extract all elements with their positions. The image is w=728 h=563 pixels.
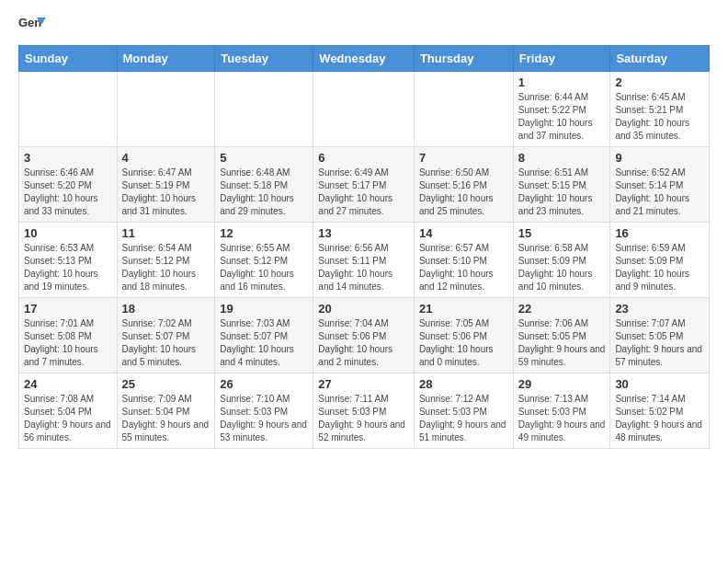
day-number: 3: [24, 151, 112, 165]
calendar-cell: 1Sunrise: 6:44 AM Sunset: 5:22 PM Daylig…: [513, 72, 610, 147]
calendar-cell: [414, 72, 513, 147]
calendar-cell: 17Sunrise: 7:01 AM Sunset: 5:08 PM Dayli…: [19, 298, 118, 373]
day-number: 22: [518, 302, 606, 316]
calendar-cell: 25Sunrise: 7:09 AM Sunset: 5:04 PM Dayli…: [117, 373, 215, 449]
day-number: 21: [419, 302, 508, 316]
day-info: Sunrise: 7:09 AM Sunset: 5:04 PM Dayligh…: [122, 393, 210, 444]
calendar-cell: 9Sunrise: 6:52 AM Sunset: 5:14 PM Daylig…: [610, 147, 710, 223]
day-number: 30: [615, 377, 704, 391]
day-number: 19: [220, 302, 308, 316]
day-info: Sunrise: 7:01 AM Sunset: 5:08 PM Dayligh…: [24, 317, 112, 369]
day-info: Sunrise: 7:10 AM Sunset: 5:03 PM Dayligh…: [220, 393, 308, 444]
calendar-cell: 13Sunrise: 6:56 AM Sunset: 5:11 PM Dayli…: [313, 223, 415, 298]
calendar-cell: [215, 72, 313, 147]
day-number: 26: [220, 377, 308, 391]
day-number: 23: [615, 302, 704, 316]
day-number: 8: [518, 151, 606, 165]
day-info: Sunrise: 7:02 AM Sunset: 5:07 PM Dayligh…: [122, 317, 210, 369]
calendar-cell: 21Sunrise: 7:05 AM Sunset: 5:06 PM Dayli…: [414, 298, 513, 373]
calendar-cell: 2Sunrise: 6:45 AM Sunset: 5:21 PM Daylig…: [610, 72, 710, 147]
calendar-cell: 24Sunrise: 7:08 AM Sunset: 5:04 PM Dayli…: [19, 373, 118, 449]
day-number: 4: [122, 151, 210, 165]
day-info: Sunrise: 7:04 AM Sunset: 5:06 PM Dayligh…: [318, 317, 409, 369]
day-number: 11: [122, 226, 210, 240]
day-number: 14: [419, 226, 508, 240]
weekday-header: Friday: [513, 46, 610, 72]
calendar-cell: 14Sunrise: 6:57 AM Sunset: 5:10 PM Dayli…: [414, 223, 513, 298]
calendar-cell: 26Sunrise: 7:10 AM Sunset: 5:03 PM Dayli…: [215, 373, 313, 449]
calendar-cell: 28Sunrise: 7:12 AM Sunset: 5:03 PM Dayli…: [414, 373, 513, 449]
day-number: 7: [419, 151, 508, 165]
day-number: 13: [318, 226, 409, 240]
calendar-cell: 6Sunrise: 6:49 AM Sunset: 5:17 PM Daylig…: [313, 147, 415, 223]
day-number: 12: [220, 226, 308, 240]
calendar-cell: [117, 72, 215, 147]
calendar-cell: 4Sunrise: 6:47 AM Sunset: 5:19 PM Daylig…: [117, 147, 215, 223]
day-number: 15: [518, 226, 606, 240]
calendar-cell: [19, 72, 118, 147]
day-info: Sunrise: 7:03 AM Sunset: 5:07 PM Dayligh…: [220, 317, 308, 369]
day-number: 2: [615, 75, 704, 89]
calendar-cell: 5Sunrise: 6:48 AM Sunset: 5:18 PM Daylig…: [215, 147, 313, 223]
calendar-cell: 18Sunrise: 7:02 AM Sunset: 5:07 PM Dayli…: [117, 298, 215, 373]
day-number: 24: [24, 377, 112, 391]
day-number: 10: [24, 226, 112, 240]
weekday-header: Monday: [117, 46, 215, 72]
calendar-cell: 3Sunrise: 6:46 AM Sunset: 5:20 PM Daylig…: [19, 147, 118, 223]
calendar-cell: 27Sunrise: 7:11 AM Sunset: 5:03 PM Dayli…: [313, 373, 415, 449]
weekday-header: Tuesday: [215, 46, 313, 72]
calendar-table: SundayMondayTuesdayWednesdayThursdayFrid…: [18, 45, 710, 449]
day-info: Sunrise: 7:12 AM Sunset: 5:03 PM Dayligh…: [419, 393, 508, 444]
day-number: 1: [518, 75, 606, 89]
day-info: Sunrise: 6:47 AM Sunset: 5:19 PM Dayligh…: [122, 167, 210, 218]
day-info: Sunrise: 7:13 AM Sunset: 5:03 PM Dayligh…: [518, 393, 606, 444]
day-info: Sunrise: 6:45 AM Sunset: 5:21 PM Dayligh…: [615, 91, 704, 143]
day-info: Sunrise: 6:58 AM Sunset: 5:09 PM Dayligh…: [518, 242, 606, 293]
weekday-header: Thursday: [414, 46, 513, 72]
calendar-cell: 22Sunrise: 7:06 AM Sunset: 5:05 PM Dayli…: [513, 298, 610, 373]
day-number: 17: [24, 302, 112, 316]
calendar-cell: 29Sunrise: 7:13 AM Sunset: 5:03 PM Dayli…: [513, 373, 610, 449]
day-number: 20: [318, 302, 409, 316]
day-info: Sunrise: 6:46 AM Sunset: 5:20 PM Dayligh…: [24, 167, 112, 218]
calendar-cell: 23Sunrise: 7:07 AM Sunset: 5:05 PM Dayli…: [610, 298, 710, 373]
day-info: Sunrise: 6:54 AM Sunset: 5:12 PM Dayligh…: [122, 242, 210, 293]
day-number: 25: [122, 377, 210, 391]
day-number: 5: [220, 151, 308, 165]
day-info: Sunrise: 7:08 AM Sunset: 5:04 PM Dayligh…: [24, 393, 112, 444]
day-number: 6: [318, 151, 409, 165]
day-info: Sunrise: 7:05 AM Sunset: 5:06 PM Dayligh…: [419, 317, 508, 369]
day-info: Sunrise: 6:56 AM Sunset: 5:11 PM Dayligh…: [318, 242, 409, 293]
day-info: Sunrise: 7:11 AM Sunset: 5:03 PM Dayligh…: [318, 393, 409, 444]
day-info: Sunrise: 6:44 AM Sunset: 5:22 PM Dayligh…: [518, 91, 606, 143]
day-number: 18: [122, 302, 210, 316]
calendar-cell: 30Sunrise: 7:14 AM Sunset: 5:02 PM Dayli…: [610, 373, 710, 449]
day-info: Sunrise: 6:55 AM Sunset: 5:12 PM Dayligh…: [220, 242, 308, 293]
calendar-cell: 15Sunrise: 6:58 AM Sunset: 5:09 PM Dayli…: [513, 223, 610, 298]
day-info: Sunrise: 7:07 AM Sunset: 5:05 PM Dayligh…: [615, 317, 704, 369]
calendar-cell: 7Sunrise: 6:50 AM Sunset: 5:16 PM Daylig…: [414, 147, 513, 223]
logo: Gen: [18, 14, 50, 36]
calendar-cell: 16Sunrise: 6:59 AM Sunset: 5:09 PM Dayli…: [610, 223, 710, 298]
day-info: Sunrise: 7:06 AM Sunset: 5:05 PM Dayligh…: [518, 317, 606, 369]
day-number: 28: [419, 377, 508, 391]
calendar-cell: 20Sunrise: 7:04 AM Sunset: 5:06 PM Dayli…: [313, 298, 415, 373]
calendar-cell: 12Sunrise: 6:55 AM Sunset: 5:12 PM Dayli…: [215, 223, 313, 298]
day-number: 29: [518, 377, 606, 391]
day-info: Sunrise: 6:59 AM Sunset: 5:09 PM Dayligh…: [615, 242, 704, 293]
day-info: Sunrise: 6:50 AM Sunset: 5:16 PM Dayligh…: [419, 167, 508, 218]
day-number: 9: [615, 151, 704, 165]
calendar-cell: [313, 72, 415, 147]
day-number: 16: [615, 226, 704, 240]
calendar-cell: 8Sunrise: 6:51 AM Sunset: 5:15 PM Daylig…: [513, 147, 610, 223]
day-info: Sunrise: 6:49 AM Sunset: 5:17 PM Dayligh…: [318, 167, 409, 218]
day-info: Sunrise: 7:14 AM Sunset: 5:02 PM Dayligh…: [615, 393, 704, 444]
weekday-header: Sunday: [19, 46, 118, 72]
calendar-cell: 19Sunrise: 7:03 AM Sunset: 5:07 PM Dayli…: [215, 298, 313, 373]
calendar-cell: 10Sunrise: 6:53 AM Sunset: 5:13 PM Dayli…: [19, 223, 118, 298]
day-info: Sunrise: 6:57 AM Sunset: 5:10 PM Dayligh…: [419, 242, 508, 293]
weekday-header: Wednesday: [313, 46, 415, 72]
day-info: Sunrise: 6:52 AM Sunset: 5:14 PM Dayligh…: [615, 167, 704, 218]
day-info: Sunrise: 6:48 AM Sunset: 5:18 PM Dayligh…: [220, 167, 308, 218]
day-info: Sunrise: 6:53 AM Sunset: 5:13 PM Dayligh…: [24, 242, 112, 293]
